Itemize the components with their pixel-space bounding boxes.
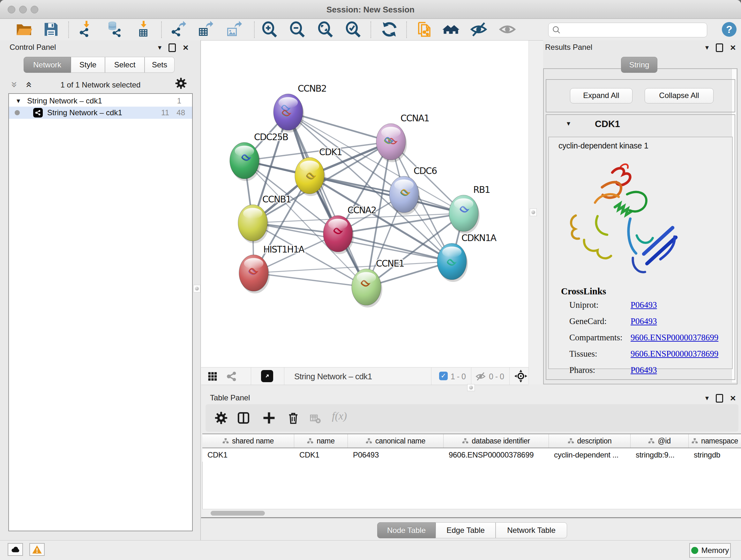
tab-edge-table[interactable]: Edge Table <box>435 522 495 538</box>
tab-network[interactable]: Network <box>23 57 71 73</box>
zoom-selected-icon[interactable] <box>345 21 362 38</box>
network-node-ccne1[interactable]: CCNE1 <box>352 258 404 307</box>
delete-column-icon[interactable] <box>286 411 300 425</box>
cell-id[interactable]: stringdb:9... <box>630 448 689 462</box>
help-icon[interactable]: ? <box>722 22 737 37</box>
panel-close-icon[interactable]: × <box>730 393 736 403</box>
crosslink-label: Tissues: <box>569 349 597 359</box>
network-node-ccnb2[interactable]: CCNB2 <box>273 83 327 132</box>
right-splitter-handle[interactable] <box>530 208 537 216</box>
crosslink-link[interactable]: 9606.ENSP00000378699 <box>630 333 718 343</box>
search-input[interactable] <box>548 23 707 37</box>
network-node-cdkn1a[interactable]: CDKN1A <box>437 233 496 282</box>
eye-icon[interactable] <box>499 21 516 38</box>
zoom-fit-icon[interactable] <box>317 21 334 38</box>
share-view-icon[interactable] <box>226 371 238 382</box>
export-table-icon[interactable] <box>197 21 214 38</box>
horizontal-splitter-handle[interactable] <box>467 384 475 391</box>
automation-cloud-button[interactable] <box>8 543 23 556</box>
open-session-icon[interactable] <box>15 21 32 38</box>
panel-collapse-icon[interactable]: ▾ <box>705 395 709 401</box>
cell-database-identifier[interactable]: 9606.ENSP00000378699 <box>444 448 549 462</box>
collection-expand-icon[interactable]: ▾ <box>17 98 20 105</box>
network-canvas[interactable]: CCNB2CCNA1CDC25BCDK1CDC6RB1CCNB1CCNA2CDK… <box>201 41 529 367</box>
network-node-ccna1[interactable]: CCNA1 <box>376 113 429 162</box>
memory-status-dot-icon <box>691 547 698 554</box>
network-node-cdc6[interactable]: CDC6 <box>389 166 437 215</box>
show-columns-icon[interactable] <box>237 411 250 425</box>
network-options-gear-icon[interactable] <box>175 77 187 89</box>
create-column-icon[interactable] <box>262 411 276 425</box>
refresh-icon[interactable] <box>381 21 398 38</box>
network-node-ccnb1[interactable]: CCNB1 <box>238 194 291 243</box>
protein-collapse-icon[interactable]: ▾ <box>567 120 570 127</box>
selected-count: 1 - 0 <box>451 372 466 381</box>
crosslink-link[interactable]: 9606.ENSP00000378699 <box>630 349 718 359</box>
cell-shared-name[interactable]: CDK1 <box>202 448 294 462</box>
network-edge[interactable] <box>254 273 366 287</box>
cell-namespace[interactable]: stringdb <box>689 448 741 462</box>
houses-icon[interactable] <box>442 21 459 38</box>
tab-style[interactable]: Style <box>71 57 105 73</box>
table-options-gear-icon[interactable] <box>214 411 228 425</box>
import-network-database-icon[interactable] <box>105 21 122 38</box>
attribute-icon <box>648 438 655 444</box>
memory-button[interactable]: Memory <box>689 543 731 558</box>
network-edge[interactable] <box>288 112 366 287</box>
save-session-icon[interactable] <box>43 21 60 38</box>
crosslink-link[interactable]: P06493 <box>630 300 657 310</box>
column-header[interactable]: description <box>549 434 630 448</box>
import-network-file-icon[interactable] <box>77 21 95 38</box>
attribute-icon <box>222 438 229 444</box>
crosslink-link[interactable]: P06493 <box>630 365 657 375</box>
panel-close-icon[interactable]: × <box>730 43 736 52</box>
detach-view-icon[interactable] <box>261 370 273 382</box>
column-header[interactable]: database identifier <box>444 434 549 448</box>
network-node-hist1h1a[interactable]: HIST1H1A <box>239 244 305 294</box>
panel-close-icon[interactable]: × <box>183 43 189 52</box>
scrollbar-thumb[interactable] <box>211 511 265 516</box>
eye-slash-icon[interactable] <box>470 21 487 38</box>
table-row[interactable]: CDK1 CDK1 P06493 9606.ENSP00000378699 cy… <box>202 448 741 462</box>
warnings-button[interactable] <box>29 543 45 556</box>
zoom-in-icon[interactable] <box>261 21 278 38</box>
network-node-rb1[interactable]: RB1 <box>449 185 490 234</box>
birdseye-crosshair-icon[interactable] <box>515 370 527 382</box>
zoom-out-icon[interactable] <box>289 21 306 38</box>
import-table-icon[interactable] <box>135 21 152 38</box>
column-header[interactable]: @id <box>630 434 689 448</box>
tab-string[interactable]: String <box>621 57 657 73</box>
column-header[interactable]: shared name <box>202 434 294 448</box>
network-edge[interactable] <box>310 176 464 213</box>
left-splitter-handle[interactable] <box>193 285 200 293</box>
export-network-icon[interactable] <box>170 21 187 38</box>
panel-collapse-icon[interactable]: ▾ <box>705 44 709 51</box>
column-header[interactable]: canonical name <box>348 434 444 448</box>
table-horizontal-scrollbar[interactable] <box>202 509 741 517</box>
function-builder-icon: f(x) <box>332 410 347 422</box>
expand-all-button[interactable]: Expand All <box>570 88 632 104</box>
cell-name[interactable]: CDK1 <box>294 448 348 462</box>
selected-nodes-checkbox[interactable]: ✓ <box>439 372 448 380</box>
cell-canonical-name[interactable]: P06493 <box>348 448 444 462</box>
panel-float-icon[interactable] <box>716 44 723 52</box>
panel-collapse-icon[interactable]: ▾ <box>158 44 161 51</box>
column-header[interactable]: name <box>294 434 348 448</box>
grid-view-icon[interactable] <box>207 371 218 381</box>
tab-sets[interactable]: Sets <box>145 57 175 73</box>
column-header[interactable]: namespace <box>689 434 741 448</box>
hidden-eye-slash-icon[interactable] <box>475 371 486 381</box>
cell-description[interactable]: cyclin-dependent ... <box>549 448 630 462</box>
export-image-icon[interactable] <box>226 21 243 38</box>
network-row-selected[interactable]: String Network – cdk1 11 48 <box>9 107 192 119</box>
string-document-icon[interactable] <box>416 21 433 38</box>
tab-select[interactable]: Select <box>105 57 145 73</box>
network-collection-row[interactable]: ▾ String Network – cdk1 1 <box>9 95 192 107</box>
panel-float-icon[interactable] <box>716 394 723 402</box>
panel-float-icon[interactable] <box>169 44 176 52</box>
crosslink-link[interactable]: P06493 <box>630 316 657 326</box>
tab-node-table[interactable]: Node Table <box>377 522 435 538</box>
collapse-all-button[interactable]: Collapse All <box>645 88 714 104</box>
crosslink-label: Compartments: <box>569 333 622 343</box>
tab-network-table[interactable]: Network Table <box>495 522 567 538</box>
